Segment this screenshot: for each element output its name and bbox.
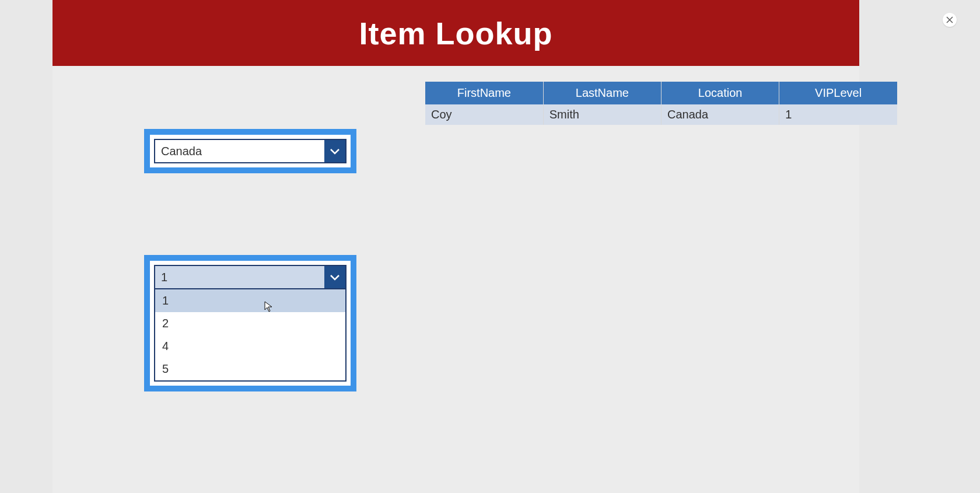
vip-option[interactable]: 4: [155, 335, 345, 358]
table-header-row: FirstName LastName Location VIPLevel: [425, 82, 897, 104]
cell-vip: 1: [779, 104, 897, 125]
header-bar: Item Lookup: [52, 0, 859, 66]
col-firstname[interactable]: FirstName: [425, 82, 543, 104]
cell-lastname: Smith: [543, 104, 661, 125]
location-dropdown-value: Canada: [155, 140, 324, 162]
vip-dropdown-container: 1 1 2 4 5: [144, 255, 356, 391]
vip-dropdown[interactable]: 1: [154, 265, 346, 289]
chevron-down-icon: [324, 266, 345, 288]
results-table: FirstName LastName Location VIPLevel Coy…: [425, 82, 897, 125]
cell-location: Canada: [662, 104, 779, 125]
location-dropdown-container: Canada: [144, 129, 356, 173]
vip-option[interactable]: 5: [155, 358, 345, 380]
table-row[interactable]: Coy Smith Canada 1: [425, 104, 897, 125]
vip-option[interactable]: 1: [155, 289, 345, 312]
location-dropdown-inner: Canada: [150, 135, 351, 167]
col-lastname[interactable]: LastName: [543, 82, 661, 104]
location-dropdown[interactable]: Canada: [154, 139, 346, 163]
col-location[interactable]: Location: [662, 82, 779, 104]
close-icon: [946, 16, 953, 23]
close-button[interactable]: [943, 13, 957, 27]
cell-firstname: Coy: [425, 104, 543, 125]
page-title: Item Lookup: [359, 15, 553, 51]
col-viplevel[interactable]: VIPLevel: [779, 82, 897, 104]
vip-dropdown-inner: 1 1 2 4 5: [150, 261, 351, 386]
vip-dropdown-list: 1 2 4 5: [154, 289, 346, 382]
vip-option[interactable]: 2: [155, 312, 345, 335]
app-frame: Item Lookup FirstName LastName Location …: [52, 0, 859, 493]
vip-dropdown-value: 1: [155, 266, 324, 288]
chevron-down-icon: [324, 140, 345, 162]
